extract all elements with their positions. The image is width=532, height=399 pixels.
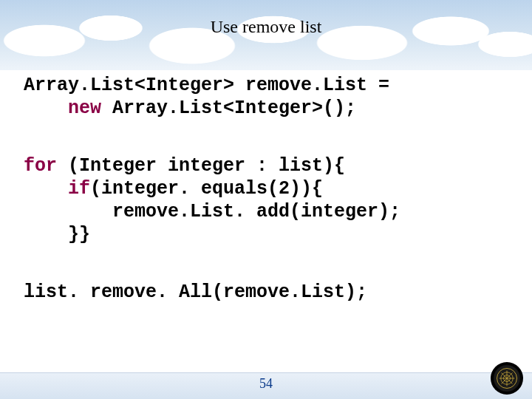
- code-block-removeall: list. remove. All(remove.List);: [24, 281, 508, 304]
- code-text: Array.List<Integer>();: [101, 98, 356, 119]
- code-indent: [24, 178, 68, 200]
- code-line: }}: [24, 224, 90, 245]
- keyword-for: for: [24, 155, 57, 177]
- code-block-loop: for (Integer integer : list){ if(integer…: [24, 154, 508, 247]
- slide-content: Array.List<Integer> remove.List = new Ar…: [0, 74, 532, 304]
- keyword-new: new: [68, 98, 101, 119]
- slide-title: Use remove list: [0, 17, 532, 37]
- page-number: 54: [0, 376, 532, 392]
- code-line: Array.List<Integer> remove.List =: [24, 75, 389, 96]
- code-block-declaration: Array.List<Integer> remove.List = new Ar…: [24, 74, 508, 120]
- keyword-if: if: [68, 178, 90, 200]
- code-line: remove.List. add(integer);: [24, 201, 400, 222]
- code-line: list. remove. All(remove.List);: [24, 282, 367, 303]
- institution-seal-icon: [491, 362, 523, 395]
- code-indent: [24, 98, 68, 119]
- code-text: (integer. equals(2)){: [90, 178, 323, 200]
- code-text: (Integer integer : list){: [57, 155, 345, 177]
